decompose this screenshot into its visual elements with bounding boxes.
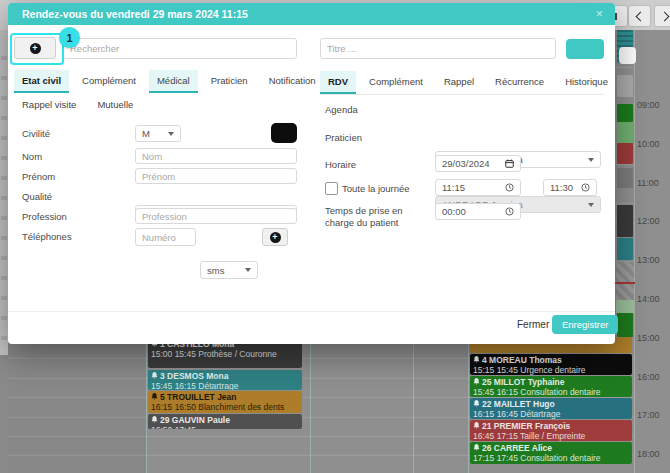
prenom-label: Prénom xyxy=(22,171,55,182)
rdv-tabs: RDVComplémentRappelRécurrenceHistorique xyxy=(320,71,604,95)
horaire-label: Horaire xyxy=(325,159,356,170)
telephones-label: Téléphones xyxy=(22,231,72,242)
tab-notification[interactable]: Notification xyxy=(261,70,324,93)
appointment-block[interactable]: 25 MILLOT Typhaine15:45 16:15 Consultati… xyxy=(470,376,632,397)
annotation-badge: 1 xyxy=(59,27,80,48)
title-input[interactable] xyxy=(320,38,556,59)
appointment-block[interactable]: 5 TROUILLET Jean16:15 16:50 Blanchiment … xyxy=(148,391,302,413)
tab-historique[interactable]: Historique xyxy=(557,71,616,94)
modal-header: Rendez-vous du vendredi 29 mars 2024 11:… xyxy=(8,3,615,25)
time-label: 15:00 xyxy=(637,333,667,343)
appointment-sliver xyxy=(617,168,633,188)
tab-recurrence[interactable]: Récurrence xyxy=(487,71,552,94)
tab-mutuelle[interactable]: Mutuelle xyxy=(89,94,141,117)
agenda-column-strip xyxy=(617,0,633,473)
appointment-title: 5 TROUILLET Jean xyxy=(160,392,237,402)
appointment-title: 22 MAILLET Hugo xyxy=(482,399,555,409)
telephone-type-select[interactable]: sms xyxy=(200,261,258,279)
bell-icon xyxy=(473,422,480,430)
appointment-detail: 15:00 15:45 Prothèse / Couronne xyxy=(151,349,299,359)
chevron-down-icon xyxy=(588,158,594,165)
nom-label: Nom xyxy=(22,151,42,162)
tab-complement[interactable]: Complément xyxy=(74,70,144,93)
add-patient-button[interactable] xyxy=(14,37,56,59)
tab-rappel[interactable]: Rappel xyxy=(436,71,482,94)
appointment-detail: 17:15 17:45 Consultation dentaire xyxy=(473,453,629,463)
time-label: 10:00 xyxy=(637,139,667,149)
time-label: 14:00 xyxy=(637,294,667,304)
care-time-label: Temps de prise en charge du patient xyxy=(325,205,431,229)
date-value: 29/03/2024 xyxy=(442,158,490,169)
time-label: 12:00 xyxy=(637,216,667,226)
nom-input[interactable] xyxy=(135,148,297,164)
allday-label: Toute la journée xyxy=(342,183,410,194)
appointment-sliver xyxy=(617,205,633,237)
chevron-down-icon xyxy=(168,132,174,139)
tab-praticien[interactable]: Praticien xyxy=(203,70,256,93)
chevron-down-icon xyxy=(588,203,594,210)
start-time-input[interactable]: 11:15 xyxy=(435,179,521,196)
appointment-block[interactable]: 3 DESMOS Mona15:45 16:15 Détartrage xyxy=(148,370,302,390)
tab-medical[interactable]: Médical xyxy=(149,70,198,93)
appointment-block[interactable]: 4 MOREAU Thomas15:15 15:45 Urgence denta… xyxy=(470,354,632,375)
appointment-block[interactable]: 22 MAILLET Hugo16:15 16:45 Détartrage xyxy=(470,398,632,419)
tab-etat-civil[interactable]: Etat civil xyxy=(14,70,69,93)
prev-button[interactable] xyxy=(628,5,651,27)
civilite-select[interactable]: M xyxy=(135,125,181,142)
appointment-detail: 16:15 16:50 Blanchiment des dents xyxy=(151,402,299,412)
appointment-title: 3 DESMOS Mona xyxy=(160,371,228,381)
appointment-sliver xyxy=(617,238,633,260)
bell-icon xyxy=(151,416,158,424)
bell-icon xyxy=(151,372,158,380)
search-input[interactable] xyxy=(63,38,297,59)
add-telephone-button[interactable] xyxy=(262,228,288,246)
clock-icon xyxy=(505,183,514,192)
appointment-block[interactable]: 29 GAUVIN Paule16:50 17:45 xyxy=(148,414,302,429)
time-label: 16:00 xyxy=(637,372,667,382)
screen: 09:0010:0011:0012:0013:0014:0015:0016:00… xyxy=(0,0,670,473)
left-sidebar-items xyxy=(1,40,7,340)
allday-checkbox[interactable] xyxy=(325,182,338,195)
next-button[interactable] xyxy=(654,5,670,27)
appointment-detail: 15:15 15:45 Urgence dentaire xyxy=(473,365,629,375)
appointment-title: 21 PREMIER François xyxy=(482,421,570,431)
chevron-left-icon xyxy=(636,11,646,21)
patient-tabs-row2: Rappel visiteMutuelle xyxy=(14,94,146,117)
telephone-input[interactable] xyxy=(135,228,196,246)
save-button[interactable]: Enregistrer xyxy=(552,315,618,334)
appointment-title: 25 MILLOT Typhaine xyxy=(482,377,565,387)
tab-rappel-visite[interactable]: Rappel visite xyxy=(14,94,84,117)
profession-input[interactable] xyxy=(135,208,297,224)
appointment-block[interactable]: 26 CARREE Alice17:15 17:45 Consultation … xyxy=(470,442,632,464)
end-time-input[interactable]: 11:30 xyxy=(543,179,597,196)
cancel-button[interactable]: Fermer xyxy=(517,319,549,330)
appointment-detail: 16:15 16:45 Détartrage xyxy=(473,409,629,419)
clock-icon xyxy=(581,183,590,192)
tab-rdv[interactable]: RDV xyxy=(320,71,356,94)
civilite-value: M xyxy=(142,128,150,139)
telephone-type-value: sms xyxy=(207,265,224,276)
footer-divider xyxy=(8,311,615,312)
appointment-sliver xyxy=(617,75,633,97)
civilite-label: Civilité xyxy=(22,128,50,139)
appointment-block[interactable]: 21 PREMIER François16:45 17:15 Taille / … xyxy=(470,420,632,441)
clock-icon xyxy=(505,207,514,216)
title-action-button[interactable] xyxy=(566,39,604,59)
tooltip-fragment xyxy=(619,47,636,64)
plus-circle-icon xyxy=(270,232,281,243)
appointment-title: 29 GAUVIN Paule xyxy=(160,415,230,425)
bell-icon xyxy=(473,378,480,386)
appointment-sliver xyxy=(617,143,633,164)
care-time-input[interactable]: 00:00 xyxy=(435,203,521,220)
color-swatch[interactable] xyxy=(271,123,297,143)
chevron-down-icon xyxy=(245,268,251,275)
time-label: 13:00 xyxy=(637,255,667,265)
date-input[interactable]: 29/03/2024 xyxy=(435,155,521,172)
prenom-input[interactable] xyxy=(135,168,297,184)
close-icon[interactable]: × xyxy=(595,6,603,21)
tab-complement[interactable]: Complément xyxy=(361,71,431,94)
appointment-detail: 16:45 17:15 Taille / Empreinte xyxy=(473,431,629,441)
agenda-label: Agenda xyxy=(325,104,358,115)
time-label: 09:00 xyxy=(637,100,667,110)
appointment-modal: Rendez-vous du vendredi 29 mars 2024 11:… xyxy=(8,3,615,344)
